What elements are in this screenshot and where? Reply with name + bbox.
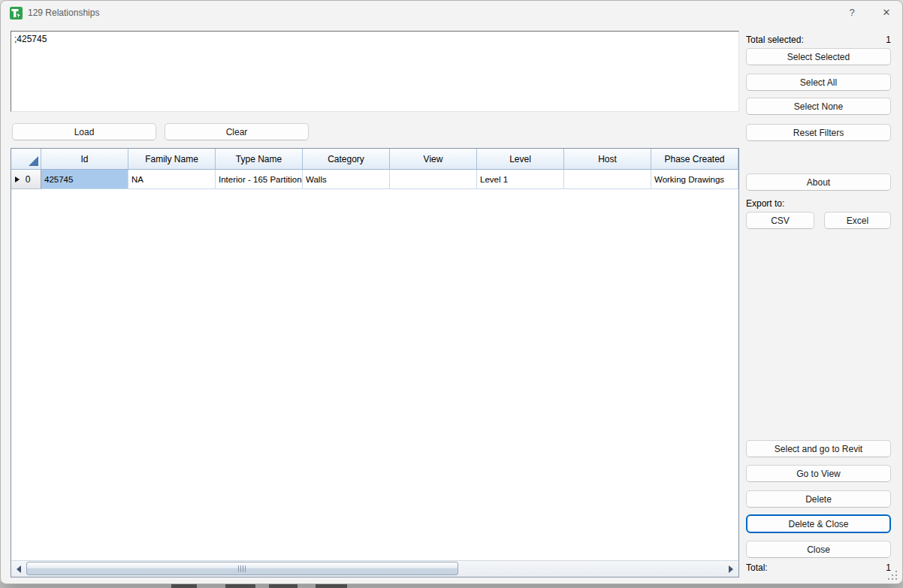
grid-cell-category[interactable]: Walls [303, 170, 390, 189]
scroll-right-arrow-icon [729, 565, 733, 573]
export-excel-button[interactable]: Excel [824, 212, 891, 229]
select-all-triangle-icon [29, 156, 38, 166]
grid-cell-family-name[interactable]: NA [128, 170, 216, 189]
about-button[interactable]: About [746, 173, 891, 191]
title-bar[interactable]: 129 Relationships ? ✕ [1, 1, 902, 25]
relationships-grid: Id Family Name Type Name Category View L… [11, 148, 739, 577]
grid-cell-level[interactable]: Level 1 [477, 170, 564, 189]
column-header-phase-created[interactable]: Phase Created [651, 149, 738, 170]
row-index: 0 [20, 174, 41, 185]
delete-and-close-button[interactable]: Delete & Close [746, 514, 891, 533]
column-header-host[interactable]: Host [564, 149, 651, 170]
export-to-label: Export to: [746, 198, 784, 209]
select-none-button[interactable]: Select None [746, 98, 891, 115]
table-row: 0 425745 NA Interior - 165 Partition ...… [11, 170, 738, 189]
go-to-view-button[interactable]: Go to View [746, 465, 891, 482]
ids-textbox-value: ;425745 [14, 34, 47, 44]
window-close-button[interactable]: ✕ [872, 1, 901, 25]
ids-textbox[interactable]: ;425745 [11, 31, 739, 112]
scroll-right-button[interactable] [723, 561, 738, 577]
column-header-category[interactable]: Category [303, 149, 390, 170]
scrollbar-grip-icon [238, 565, 246, 572]
help-button[interactable]: ? [838, 1, 865, 25]
dialog-window: 129 Relationships ? ✕ ;425745 Load Clear… [0, 0, 903, 584]
horizontal-scrollbar[interactable] [11, 560, 738, 577]
export-csv-button[interactable]: CSV [746, 212, 814, 229]
grid-header-row: Id Family Name Type Name Category View L… [11, 149, 738, 170]
column-header-type-name[interactable]: Type Name [216, 149, 303, 170]
reset-filters-button[interactable]: Reset Filters [746, 124, 891, 141]
column-header-level[interactable]: Level [477, 149, 564, 170]
column-header-family-name[interactable]: Family Name [128, 149, 216, 170]
scrollbar-thumb[interactable] [26, 562, 458, 575]
select-all-corner-cell[interactable] [11, 149, 41, 170]
column-header-id[interactable]: Id [41, 149, 128, 170]
total-row: Total: 1 [746, 562, 891, 573]
close-button[interactable]: Close [746, 541, 891, 558]
grid-empty-area [11, 189, 738, 560]
select-all-button[interactable]: Select All [746, 74, 891, 91]
grid-cell-phase-created[interactable]: Working Drawings [651, 170, 738, 189]
grid-cell-id[interactable]: 425745 [41, 170, 128, 189]
total-selected-value: 1 [886, 35, 891, 45]
delete-button[interactable]: Delete [746, 490, 891, 508]
window-title: 129 Relationships [28, 1, 99, 25]
select-and-go-to-revit-button[interactable]: Select and go to Revit [746, 440, 891, 457]
grid-cell-host[interactable] [564, 170, 651, 189]
row-header[interactable]: 0 [11, 170, 41, 189]
load-button[interactable]: Load [12, 123, 156, 140]
grid-cell-type-name[interactable]: Interior - 165 Partition ... [216, 170, 303, 189]
app-logo-icon [10, 7, 23, 20]
scroll-left-arrow-icon [17, 565, 21, 573]
scroll-left-button[interactable] [11, 561, 26, 577]
grid-cell-view[interactable] [390, 170, 477, 189]
column-header-view[interactable]: View [390, 149, 477, 170]
total-selected-label: Total selected: [746, 35, 804, 45]
total-label: Total: [746, 562, 768, 573]
select-selected-button[interactable]: Select Selected [746, 48, 891, 65]
total-selected-row: Total selected: 1 [746, 35, 891, 45]
resize-grip-icon[interactable] [888, 571, 897, 580]
clear-button[interactable]: Clear [165, 123, 309, 140]
